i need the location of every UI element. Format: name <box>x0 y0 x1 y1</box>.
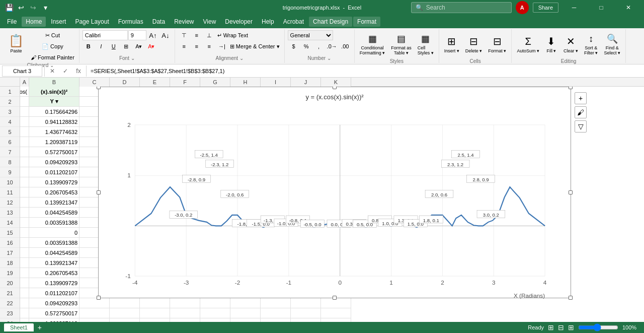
underline-button[interactable]: U <box>108 41 120 51</box>
cell-b8[interactable]: 0.094209293 <box>29 157 79 167</box>
cell-b22[interactable]: 0.094209293 <box>29 298 79 308</box>
a19[interactable] <box>20 268 29 278</box>
row-17[interactable]: 17 <box>0 248 20 258</box>
copy-button[interactable]: 📄 Copy <box>29 41 76 51</box>
align-top-button[interactable]: ⊤ <box>178 30 190 40</box>
insert-button[interactable]: ⊞ Insert ▾ <box>442 30 461 58</box>
paste-button[interactable]: 📋 Paste <box>5 30 27 56</box>
find-select-button[interactable]: 🔍 Find &Select ▾ <box>602 30 622 58</box>
f23[interactable] <box>170 308 200 318</box>
row-2[interactable]: 2 <box>0 97 20 107</box>
row-14[interactable]: 14 <box>0 218 20 228</box>
i23[interactable] <box>261 308 291 318</box>
a9[interactable] <box>20 167 29 177</box>
a13[interactable] <box>20 208 29 218</box>
col-header-h[interactable]: H <box>230 78 261 87</box>
cell-b12[interactable]: 0.139921347 <box>29 197 79 208</box>
align-middle-button[interactable]: ≡ <box>191 30 203 40</box>
minimize-button[interactable]: ─ <box>562 0 586 15</box>
decrease-font-button[interactable]: A↓ <box>159 30 172 40</box>
a11[interactable] <box>20 187 29 197</box>
resize-handle-tc[interactable] <box>333 87 337 89</box>
a6[interactable] <box>20 137 29 147</box>
col-header-f[interactable]: F <box>170 78 200 87</box>
col-header-b[interactable]: B <box>29 78 79 87</box>
col-header-g[interactable]: G <box>200 78 230 87</box>
a21[interactable] <box>20 288 29 298</box>
j24[interactable] <box>291 318 321 322</box>
menu-format[interactable]: Format <box>353 17 380 27</box>
row-23[interactable]: 23 <box>0 308 20 318</box>
row-21[interactable]: 21 <box>0 288 20 298</box>
a14[interactable] <box>20 218 29 228</box>
c24[interactable] <box>79 318 110 322</box>
restore-button[interactable]: □ <box>590 0 613 15</box>
a24[interactable] <box>20 318 29 322</box>
zoom-slider[interactable] <box>578 323 618 331</box>
clear-button[interactable]: ✕ Clear ▾ <box>561 30 580 58</box>
cell-b10[interactable]: 0.139909729 <box>29 177 79 187</box>
cell-b7[interactable]: 0.572750017 <box>29 147 79 157</box>
format-button[interactable]: ⊟ Format ▾ <box>486 30 508 58</box>
c23[interactable] <box>79 308 110 318</box>
cell-b19[interactable]: 0.206705453 <box>29 268 79 278</box>
cut-button[interactable]: ✂ Cut <box>29 30 76 40</box>
col-header-c[interactable]: C <box>79 78 110 87</box>
cell-b5[interactable]: 1.436774632 <box>29 127 79 137</box>
row-13[interactable]: 13 <box>0 208 20 218</box>
menu-chart-design[interactable]: Chart Design <box>309 17 352 27</box>
k23[interactable] <box>321 308 351 318</box>
f24[interactable] <box>170 318 200 322</box>
format-painter-button[interactable]: 🖌 Format Painter <box>29 52 76 62</box>
cell-a2[interactable] <box>20 97 29 107</box>
menu-file[interactable]: File <box>3 17 21 27</box>
col-header-i[interactable]: I <box>261 78 291 87</box>
row-6[interactable]: 6 <box>0 137 20 147</box>
row-4[interactable]: 4 <box>0 117 20 127</box>
cell-b20[interactable]: 0.139909729 <box>29 278 79 288</box>
chart-style-button[interactable]: 🖌 <box>575 106 587 118</box>
e24[interactable] <box>140 318 170 322</box>
cell-b24[interactable]: 1.209387119 <box>29 318 79 322</box>
font-size-input[interactable] <box>128 30 146 40</box>
increase-indent-button[interactable]: →| <box>216 41 228 51</box>
cell-b14[interactable]: 0.003591388 <box>29 218 79 228</box>
confirm-formula-button[interactable]: ✓ <box>60 65 71 77</box>
a7[interactable] <box>20 147 29 157</box>
row-5[interactable]: 5 <box>0 127 20 137</box>
cell-b23[interactable]: 0.572750017 <box>29 308 79 318</box>
format-as-table-button[interactable]: ▤ Format asTable ▾ <box>389 30 414 58</box>
a10[interactable] <box>20 177 29 187</box>
col-header-j[interactable]: J <box>291 78 321 87</box>
formula-input[interactable] <box>89 65 642 77</box>
comma-button[interactable]: , <box>313 41 325 51</box>
align-center-button[interactable]: ≡ <box>191 41 203 51</box>
row-22[interactable]: 22 <box>0 298 20 308</box>
cell-b3[interactable]: 0.175664296 <box>29 107 79 117</box>
menu-insert[interactable]: Insert <box>47 17 70 27</box>
menu-help[interactable]: Help <box>258 17 278 27</box>
a23[interactable] <box>20 308 29 318</box>
cell-b11[interactable]: 0.206705453 <box>29 187 79 197</box>
align-left-button[interactable]: ≡ <box>178 41 190 51</box>
view-break-button[interactable]: ⊞ <box>568 323 574 331</box>
save-icon[interactable]: 💾 <box>4 3 14 13</box>
cancel-formula-button[interactable]: ✕ <box>47 65 58 77</box>
row-1[interactable]: 1 <box>0 87 20 97</box>
fill-button[interactable]: ⬇ Fill ▾ <box>543 30 559 58</box>
border-button[interactable]: ⊞ <box>120 41 132 51</box>
close-button[interactable]: ✕ <box>617 0 640 15</box>
insert-function-button[interactable]: fx <box>73 65 84 77</box>
view-normal-button[interactable]: ⊞ <box>548 323 554 331</box>
view-layout-button[interactable]: ⊟ <box>558 323 564 331</box>
a12[interactable] <box>20 197 29 208</box>
cell-b18[interactable]: 0.139921347 <box>29 258 79 268</box>
row-20[interactable]: 20 <box>0 278 20 288</box>
menu-review[interactable]: Review <box>170 17 198 27</box>
a16[interactable] <box>20 238 29 248</box>
menu-formulas[interactable]: Formulas <box>114 17 147 27</box>
a8[interactable] <box>20 157 29 167</box>
cell-b1[interactable]: (x).sin(x))² <box>29 87 79 97</box>
undo-icon[interactable]: ↩ <box>16 3 26 13</box>
delete-button[interactable]: ⊟ Delete ▾ <box>463 30 485 58</box>
